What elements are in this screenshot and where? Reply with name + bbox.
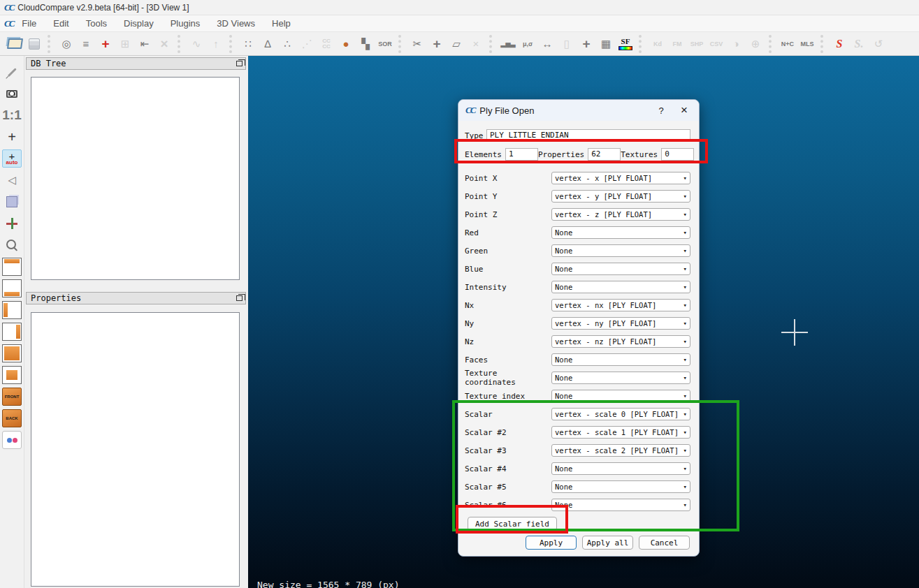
sf-min-max-icon[interactable]: ↔ [538,35,556,53]
field-dropdown[interactable]: vertex - scale_2 [PLY_FLOAT] ▾ [551,444,690,457]
set-back-view-icon[interactable] [2,366,22,384]
segment-scissors-icon[interactable]: ✂ [408,35,426,53]
set-left-view-icon[interactable] [2,301,22,319]
count-field[interactable]: 0 [661,148,694,161]
cylinder-fit-icon[interactable]: ↺ [869,35,888,53]
ortho-perspective-icon[interactable] [2,193,22,211]
zoom-1-1-icon[interactable]: 1:1 [2,106,22,124]
globe-projection-icon[interactable]: ⊕ [746,35,765,53]
set-pivot-icon[interactable]: + [2,128,22,146]
rasterize-icon[interactable]: ⋰ [298,35,316,53]
field-dropdown[interactable]: None ▾ [551,499,690,511]
octree-computation-icon[interactable]: ∴ [278,35,296,53]
histogram-icon[interactable]: ▂▅▃ [499,35,517,53]
config-tool-icon[interactable] [2,63,22,81]
facets-fm-icon[interactable]: FM [668,35,686,53]
field-dropdown[interactable]: None ▾ [551,390,690,402]
field-dropdown[interactable]: None ▾ [551,281,690,293]
sample-points-on-mesh-icon[interactable]: ∆ [259,35,277,53]
field-dropdown[interactable]: None ▾ [551,244,690,257]
pick-rotation-center-icon[interactable]: ◎ [57,35,75,53]
dropdown-value: None [555,483,683,491]
translate-rotate-icon[interactable]: + [428,35,446,53]
field-dropdown[interactable]: vertex - scale_0 [PLY_FLOAT] ▾ [551,408,690,420]
field-dropdown[interactable]: vertex - y [PLY_FLOAT] ▾ [551,190,690,203]
interpolate-colors-icon[interactable]: ▚ [356,35,375,53]
menu-item[interactable]: 3D Views [208,15,263,32]
compute-normals-icon[interactable]: ↑ [207,35,225,53]
count-field[interactable]: 1 [505,148,538,161]
ransac-shape-icon[interactable]: S [830,35,848,53]
extract-sections-icon[interactable]: × [467,35,485,53]
rotate-view-icon[interactable]: ◁ [2,171,22,189]
front-iso-view-icon[interactable]: FRONT [2,388,22,406]
clone-icon[interactable]: ⊞ [116,35,134,53]
gaussian-filter-icon[interactable]: μ,σ [519,35,537,53]
add-constant-sf-icon[interactable]: + [577,35,595,53]
apply-button[interactable]: Apply [526,536,577,550]
open-file-icon[interactable] [6,35,24,53]
field-dropdown[interactable]: None ▾ [551,480,690,493]
set-bottom-view-icon[interactable] [2,279,22,297]
dialog-help-button[interactable]: ? [652,103,670,118]
normals-curvature-icon[interactable]: N+C [779,35,797,53]
field-dropdown[interactable]: None ▾ [551,226,690,239]
screenshot-icon[interactable] [2,84,22,103]
mls-smoothing-icon[interactable]: MLS [798,35,816,53]
toggle-properties-icon[interactable]: ≡ [77,35,95,53]
count-field[interactable]: 62 [588,148,621,161]
spline-fit-icon[interactable]: S. [850,35,868,53]
menu-item[interactable]: Plugins [162,15,209,32]
delete-scalar-field-icon[interactable]: ▯ [558,35,576,53]
field-dropdown[interactable]: vertex - z [PLY_FLOAT] ▾ [551,208,690,221]
set-front-view-icon[interactable] [2,344,22,362]
cross-section-icon[interactable]: ▱ [447,35,465,53]
set-top-view-icon[interactable] [2,258,22,276]
dialog-close-button[interactable]: × [675,103,693,118]
menu-item[interactable]: Edit [45,15,77,32]
pan-view-icon[interactable] [2,214,22,233]
menu-item[interactable]: Help [263,15,299,32]
sf-arithmetic-icon[interactable]: ▦ [597,35,615,53]
sf-colorscale-icon[interactable]: SF [616,35,635,53]
field-dropdown[interactable]: None ▾ [551,372,690,384]
apply-all-button[interactable]: Apply all [582,536,633,550]
float-panel-icon[interactable] [236,295,243,301]
set-right-view-icon[interactable] [2,323,22,341]
cloud-cloud-distance-icon[interactable]: CC CC [317,35,335,53]
menu-item[interactable]: Tools [78,15,115,32]
merge-entities-icon[interactable]: ⇤ [136,35,154,53]
menu-item[interactable]: File [13,15,45,32]
csv-export-icon[interactable]: CSV [707,35,725,53]
sphere-render-icon[interactable]: ◑ [727,35,745,53]
field-dropdown[interactable]: vertex - ny [PLY_FLOAT] ▾ [551,317,690,330]
back-iso-view-icon[interactable]: BACK [2,409,22,427]
delete-entity-icon[interactable]: × [155,35,173,53]
field-dropdown[interactable]: vertex - nx [PLY_FLOAT] ▾ [551,299,690,311]
zoom-search-icon[interactable] [2,236,22,254]
cancel-button[interactable]: Cancel [639,536,690,550]
properties-view[interactable] [31,312,240,587]
field-dropdown[interactable]: vertex - nz [PLY_FLOAT] ▾ [551,335,690,348]
float-panel-icon[interactable] [236,61,243,66]
align-point-pairs-icon[interactable]: + [96,35,115,53]
kd-tree-icon[interactable]: Kd [649,35,667,53]
add-scalar-field-button[interactable]: Add Scalar field [468,517,557,531]
field-dropdown[interactable]: None ▾ [551,263,690,275]
trace-polyline-icon[interactable]: ∿ [187,35,205,53]
db-tree-view[interactable] [31,77,240,280]
field-dropdown[interactable]: vertex - scale_1 [PLY_FLOAT] ▾ [551,426,690,439]
field-dropdown[interactable]: None ▾ [551,462,690,475]
menu-item[interactable]: Display [115,15,162,32]
fill-bucket-icon[interactable]: ● [337,35,355,53]
sor-filter-icon[interactable]: SOR [376,35,394,53]
shp-export-icon[interactable]: SHP [688,35,706,53]
field-dropdown[interactable]: None ▾ [551,353,690,366]
subsample-cloud-icon[interactable]: ∷ [239,35,257,53]
type-field[interactable]: PLY_LITTLE_ENDIAN [486,129,690,142]
dialog-title-bar[interactable]: CC Ply File Open ? × [458,100,699,121]
auto-pivot-icon[interactable]: + auto [2,149,22,168]
save-icon[interactable] [25,35,43,53]
stereo-mode-icon[interactable] [2,431,22,449]
field-dropdown[interactable]: vertex - x [PLY_FLOAT] ▾ [551,172,690,184]
